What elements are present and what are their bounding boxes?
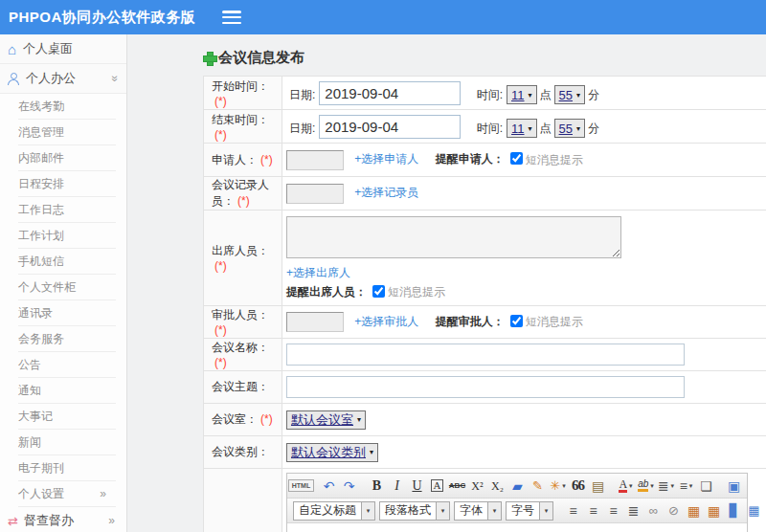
editor-toolbar-row2: 自定义标题▾段落格式▾字体▾字号▾≡≡≡≣∞⊘▦▦▊▦: [287, 499, 747, 523]
sidebar-item[interactable]: 通知: [18, 378, 116, 404]
image-button[interactable]: ▦: [685, 501, 703, 521]
underline-button[interactable]: U: [408, 477, 426, 496]
chevron-down-icon: ▾: [436, 502, 449, 520]
net-image-button[interactable]: ▦: [705, 501, 723, 521]
italic-button[interactable]: I: [388, 477, 406, 496]
main-content: 会议信息发布 开始时间：(*) 日期: 时间:11▾点55▾分 结束时间：(*)…: [128, 34, 766, 532]
paragraph-format-dropdown[interactable]: 段落格式▾: [379, 501, 450, 521]
table-button[interactable]: ▦: [745, 501, 763, 521]
meeting-form: 开始时间：(*) 日期: 时间:11▾点55▾分 结束时间：(*) 日期: 时间…: [203, 76, 766, 532]
meeting-name-input[interactable]: [286, 344, 685, 366]
editor-toolbar-row1: HTML↶↷BIUAABCX²X₂▰✎✳▾66▤A▾ab▾≣▾≡▾❏▣: [287, 474, 747, 499]
redo-button[interactable]: ↷: [340, 477, 358, 496]
meeting-topic-input[interactable]: [286, 376, 685, 398]
sidebar-item-label: 个人文件柜: [18, 279, 76, 296]
recorder-input[interactable]: [286, 184, 344, 204]
strikethrough-button[interactable]: ABC: [448, 477, 466, 496]
sidebar-item-supervision[interactable]: ⇄ 督查督办 »: [0, 507, 126, 532]
end-minute-select[interactable]: 55▾: [554, 119, 585, 138]
sidebar-item[interactable]: 内部邮件: [18, 145, 116, 171]
sidebar-item[interactable]: 会务服务: [18, 326, 116, 352]
choose-approver-link[interactable]: +选择审批人: [354, 315, 418, 328]
align-center-button[interactable]: ≡: [584, 501, 602, 521]
sidebar-item-label: 工作日志: [18, 202, 64, 218]
chevron-down-icon: ▾: [357, 415, 361, 424]
font-box-button[interactable]: A: [428, 477, 446, 496]
hamburger-menu-icon[interactable]: [222, 11, 241, 24]
sidebar-item-personal-desktop[interactable]: ⌂ 个人桌面: [0, 34, 126, 64]
sidebar-item-label: 会务服务: [18, 331, 64, 347]
sidebar-item[interactable]: 工作计划: [18, 223, 116, 249]
choose-applicant-link[interactable]: +选择申请人: [354, 152, 418, 166]
bold-icon: B: [372, 479, 381, 493]
sidebar-item[interactable]: 在线考勤: [18, 94, 116, 120]
bold-button[interactable]: B: [368, 477, 386, 496]
html-source-button[interactable]: HTML: [292, 477, 310, 496]
choose-recorder-link[interactable]: +选择记录员: [354, 186, 418, 199]
unordered-list-button[interactable]: ≡▾: [677, 477, 695, 496]
sidebar-item[interactable]: 手机短信: [18, 249, 116, 275]
sms-label: 短消息提示: [526, 152, 583, 166]
table-row: 会议名称：(*): [204, 339, 766, 371]
ordered-list-button[interactable]: ≣▾: [657, 477, 675, 496]
sms-remind-checkbox[interactable]: [510, 152, 523, 165]
sidebar-item[interactable]: 公告: [18, 352, 116, 378]
eraser-button[interactable]: ▰: [508, 477, 527, 496]
sidebar-item-label: 新闻: [18, 434, 41, 451]
sidebar-item[interactable]: 工作日志: [18, 197, 116, 223]
font-color-button[interactable]: A▾: [617, 477, 635, 496]
sms-remind-checkbox[interactable]: [510, 315, 523, 327]
applicant-input[interactable]: [286, 150, 344, 170]
sms-remind-checkbox[interactable]: [372, 285, 385, 298]
image-icon: ▦: [687, 504, 700, 518]
meeting-room-select[interactable]: 默认会议室▾: [286, 410, 366, 430]
link-button[interactable]: ∞: [644, 501, 663, 521]
new-page-button[interactable]: ❏: [697, 477, 715, 496]
sidebar-item-label: 个人办公: [26, 70, 76, 87]
approver-input[interactable]: [286, 312, 344, 332]
blockquote-icon: 66: [572, 478, 584, 493]
align-right-button[interactable]: ≡: [604, 501, 622, 521]
start-hour-select[interactable]: 11▾: [507, 85, 537, 104]
sidebar-item[interactable]: 新闻: [18, 430, 116, 455]
subscript-button[interactable]: X₂: [488, 477, 507, 496]
editor-content-area[interactable]: [287, 523, 747, 532]
font-size-dropdown[interactable]: 字号▾: [506, 501, 553, 521]
align-left-button[interactable]: ≡: [564, 501, 582, 521]
sidebar-item-personal-office[interactable]: 个人办公 »: [0, 64, 126, 94]
paste-button[interactable]: ▤: [589, 477, 607, 496]
attendees-textarea[interactable]: [286, 216, 621, 258]
sidebar-item-label: 内部邮件: [18, 150, 64, 166]
sidebar-item[interactable]: 日程安排: [18, 171, 116, 197]
attendees-label: 出席人员：(*): [204, 211, 282, 306]
blockquote-button[interactable]: 66: [569, 477, 587, 496]
remind-attendees-label: 提醒出席人员：: [286, 285, 367, 299]
sidebar-item[interactable]: 大事记: [18, 404, 116, 430]
sidebar-item[interactable]: 个人设置»: [18, 481, 116, 507]
custom-title-dropdown[interactable]: 自定义标题▾: [293, 501, 375, 521]
meeting-category-select[interactable]: 默认会议类别▾: [286, 443, 378, 462]
table-icon: ▦: [748, 504, 759, 517]
font-family-dropdown[interactable]: 字体▾: [454, 501, 502, 521]
start-minute-select[interactable]: 55▾: [554, 85, 585, 104]
choose-attendees-link[interactable]: +选择出席人: [286, 266, 350, 279]
fullscreen-button[interactable]: ▣: [725, 477, 743, 496]
sidebar-item[interactable]: 通讯录: [18, 300, 116, 326]
paint-format-button[interactable]: ✳▾: [549, 477, 567, 496]
start-date-input[interactable]: [319, 81, 461, 105]
new-page-icon: ❏: [700, 479, 712, 493]
sidebar-item[interactable]: 电子期刊: [18, 455, 116, 481]
end-date-input[interactable]: [319, 115, 461, 139]
shuffle-icon: ⇄: [8, 514, 18, 528]
unlink-button[interactable]: ⊘: [665, 501, 683, 521]
chevron-down-icon: ▾: [370, 448, 373, 456]
superscript-button[interactable]: X²: [468, 477, 486, 496]
media-button[interactable]: ▊: [725, 501, 743, 521]
sidebar-item[interactable]: 消息管理: [18, 120, 116, 145]
clean-format-button[interactable]: ✎: [529, 477, 547, 496]
undo-button[interactable]: ↶: [320, 477, 338, 496]
end-hour-select[interactable]: 11▾: [507, 119, 537, 138]
align-justify-button[interactable]: ≣: [624, 501, 642, 521]
sidebar-item[interactable]: 个人文件柜: [18, 275, 116, 300]
highlight-button[interactable]: ab▾: [637, 477, 655, 496]
